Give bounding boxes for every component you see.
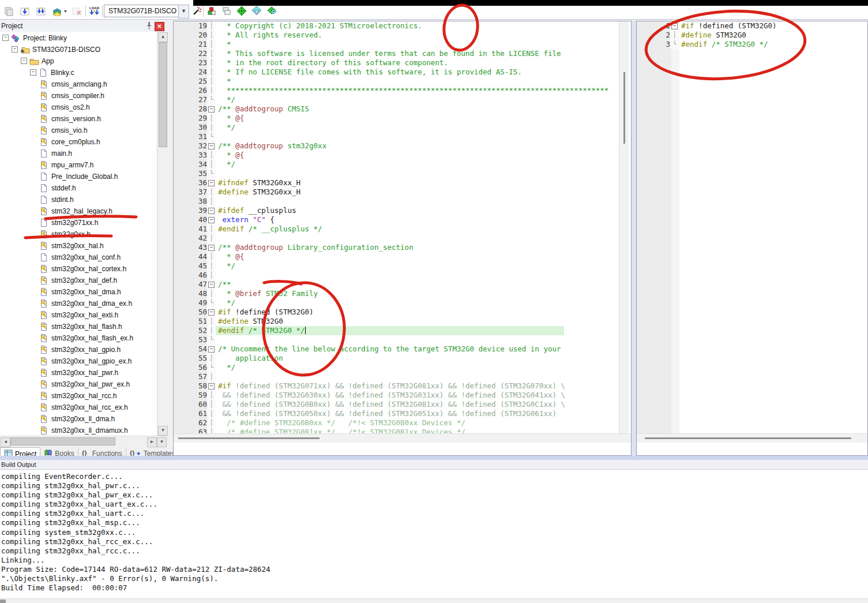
tree-item-label: stm32g0xx_hal_dma.h: [51, 288, 121, 296]
tree-item-stm32g0xx-hal-gpio-h[interactable]: stm32g0xx_hal_gpio.h: [0, 343, 157, 355]
tree-item-cmsis-armclang-h[interactable]: cmsis_armclang.h: [0, 78, 157, 89]
fold-marker-icon: └: [207, 169, 216, 178]
load-icon[interactable]: LOAD: [88, 5, 102, 17]
scrollbar-thumb[interactable]: [0, 600, 6, 603]
project-tree-horizontal-scrollbar[interactable]: ◄ ► ▼: [0, 436, 167, 446]
editor-split-divider[interactable]: [632, 21, 636, 456]
target-select-dropdown-icon[interactable]: ▼: [178, 5, 189, 18]
fold-marker-icon[interactable]: −: [670, 21, 679, 31]
tree-item-stm32g0xx-hal-conf-h[interactable]: stm32g0xx_hal_conf.h: [0, 251, 157, 263]
tree-item-stm32g0xx-hal-flash-ex-h[interactable]: stm32g0xx_hal_flash_ex.h: [0, 332, 157, 343]
stop-build-icon[interactable]: [70, 5, 83, 17]
tree-item-stm32g0xx-hal-gpio-ex-h[interactable]: stm32g0xx_hal_gpio_ex.h: [0, 355, 157, 366]
manage-rte-icon[interactable]: [235, 5, 248, 17]
fold-marker-icon[interactable]: −: [207, 308, 216, 317]
tree-item-stm32g0xx-hal-h[interactable]: stm32g0xx_hal.h: [0, 239, 157, 251]
fold-marker-icon[interactable]: −: [207, 178, 216, 188]
line-number: 60: [174, 400, 207, 409]
pin-icon[interactable]: ╀: [145, 22, 153, 29]
build-icon[interactable]: [18, 5, 31, 17]
tree-expander-icon[interactable]: −: [2, 35, 9, 41]
translate-icon[interactable]: [2, 5, 15, 17]
editor-horizontal-scrollbar[interactable]: [637, 433, 867, 443]
tree-expander-icon[interactable]: −: [21, 58, 27, 64]
fold-marker-icon[interactable]: −: [207, 206, 216, 215]
tree-item-blinky-c[interactable]: −Blinky.c: [0, 66, 157, 78]
tree-item-label: stm32g0xx_hal_cortex.h: [51, 265, 126, 273]
scroll-down-icon[interactable]: ▼: [158, 426, 168, 436]
tree-item-stm32g0xx-ll-dma-h[interactable]: stm32g0xx_ll_dma.h: [0, 413, 157, 424]
fold-marker-icon: │: [207, 409, 216, 418]
tree-item-app[interactable]: −App: [0, 55, 157, 66]
tree-item-stm32g0xx-hal-pwr-ex-h[interactable]: stm32g0xx_hal_pwr_ex.h: [0, 378, 157, 389]
tree-item-stm32g0xx-hal-dma-ex-h[interactable]: stm32g0xx_hal_dma_ex.h: [0, 297, 157, 309]
code-line-28: 28−/** @addtogroup CMSIS: [174, 104, 619, 114]
target-options-icon[interactable]: [190, 5, 203, 17]
scrollbar-thumb[interactable]: [178, 437, 320, 439]
project-tree: −Project: Blinky−✱STM32G071B-DISCO−App−B…: [0, 32, 157, 436]
batch-build-icon[interactable]: [51, 5, 68, 17]
tree-item-stm32g0xx-hal-pwr-h[interactable]: stm32g0xx_hal_pwr.h: [0, 366, 157, 378]
build-output-scrollbar[interactable]: [0, 598, 868, 603]
tree-expander-icon[interactable]: −: [30, 69, 36, 76]
tree-item-stm32g0xx-hal-cortex-h[interactable]: stm32g0xx_hal_cortex.h: [0, 263, 157, 274]
fold-marker-icon: │: [207, 261, 216, 271]
tree-item-project-blinky[interactable]: −Project: Blinky: [0, 32, 157, 43]
target-select[interactable]: STM32G071B-DISCO: [104, 5, 183, 17]
tree-item-stm32g0xx-hal-def-h[interactable]: stm32g0xx_hal_def.h: [0, 274, 157, 286]
scroll-left-icon[interactable]: ◄: [1, 437, 10, 447]
tree-item-stm32g071b-disco[interactable]: −✱STM32G071B-DISCO: [0, 43, 157, 55]
tree-item-stm32g0xx-hal-flash-h[interactable]: stm32g0xx_hal_flash.h: [0, 320, 157, 332]
tree-expander-icon[interactable]: −: [12, 46, 18, 53]
scrollbar-thumb[interactable]: [10, 437, 115, 445]
fold-marker-icon: │: [207, 123, 216, 132]
fold-marker-icon: │: [207, 234, 216, 243]
tree-item-core-cm0plus-h[interactable]: core_cm0plus.h: [0, 136, 157, 147]
line-number: 62: [174, 418, 207, 428]
tree-item-label: stm32g0xx_hal.h: [51, 242, 104, 250]
tree-item-cmsis-os2-h[interactable]: cmsis_os2.h: [0, 101, 157, 113]
fold-marker-icon[interactable]: −: [207, 104, 216, 114]
tree-item-stdint-h[interactable]: stdint.h: [0, 193, 157, 205]
fold-marker-icon[interactable]: −: [207, 141, 216, 151]
pack-filter-icon[interactable]: [250, 5, 263, 17]
tree-item-stm32g0xx-ll-dmamux-h[interactable]: stm32g0xx_ll_dmamux.h: [0, 424, 157, 436]
editor-horizontal-scrollbar[interactable]: [174, 433, 631, 443]
tree-item-stm32g0xx-hal-dma-h[interactable]: stm32g0xx_hal_dma.h: [0, 286, 157, 297]
scroll-up-icon[interactable]: ▲: [158, 32, 168, 42]
code-text: * All rights reserved.: [216, 31, 564, 40]
code-editor-test-h[interactable]: 1−#if !defined (STM32G0)2│#define STM32G…: [636, 21, 868, 456]
windows-layout-icon[interactable]: [220, 5, 233, 17]
close-panel-button[interactable]: ✕: [155, 22, 164, 31]
fold-marker-icon[interactable]: −: [207, 243, 216, 252]
tree-item-stm32-hal-legacy-h[interactable]: stm32_hal_legacy.h: [0, 205, 157, 216]
fold-marker-icon[interactable]: −: [207, 344, 216, 354]
tree-item-mpu-armv7-h[interactable]: mpu_armv7.h: [0, 159, 157, 170]
code-editor-stm32g0xx-h[interactable]: 19│ * Copyright (c) 2018-2021 STMicroele…: [173, 21, 632, 456]
tree-item-cmsis-compiler-h[interactable]: cmsis_compiler.h: [0, 89, 157, 101]
editor-vertical-scrollbar[interactable]: [619, 21, 629, 433]
tree-item-stm32g0xx-hal-exti-h[interactable]: stm32g0xx_hal_exti.h: [0, 309, 157, 320]
tree-item-main-h[interactable]: main.h: [0, 147, 157, 159]
tree-item-pre-include-global-h[interactable]: Pre_Include_Global.h: [0, 170, 157, 182]
panel-splitter[interactable]: [0, 456, 868, 460]
tree-item-stm32g0xx-h[interactable]: stm32g0xx.h: [0, 228, 157, 239]
rebuild-icon[interactable]: [35, 5, 47, 17]
fold-marker-icon[interactable]: −: [207, 215, 216, 224]
tree-item-stm32g0xx-hal-rcc-ex-h[interactable]: stm32g0xx_hal_rcc_ex.h: [0, 401, 157, 413]
scrollbar-thumb[interactable]: [159, 42, 167, 147]
fold-marker-icon[interactable]: −: [207, 280, 216, 289]
scrollbar-thumb[interactable]: [645, 437, 851, 439]
tree-item-stm32g071xx-h[interactable]: stm32g071xx.h: [0, 216, 157, 228]
tree-item-cmsis-version-h[interactable]: cmsis_version.h: [0, 113, 157, 124]
tree-item-stddef-h[interactable]: stddef.h: [0, 182, 157, 193]
project-tree-vertical-scrollbar[interactable]: ▲ ▼: [157, 32, 167, 436]
tree-item-cmsis-vio-h[interactable]: cmsis_vio.h: [0, 124, 157, 136]
tree-item-stm32g0xx-hal-rcc-h[interactable]: stm32g0xx_hal_rcc.h: [0, 389, 157, 401]
scroll-right-icon[interactable]: ►: [147, 437, 157, 447]
flash-config-icon[interactable]: [205, 5, 218, 17]
scroll-down-icon[interactable]: ▼: [157, 437, 167, 447]
scrollbar-thumb[interactable]: [623, 72, 625, 144]
fold-marker-icon[interactable]: −: [207, 381, 216, 391]
pack-installer-icon[interactable]: [265, 5, 278, 17]
